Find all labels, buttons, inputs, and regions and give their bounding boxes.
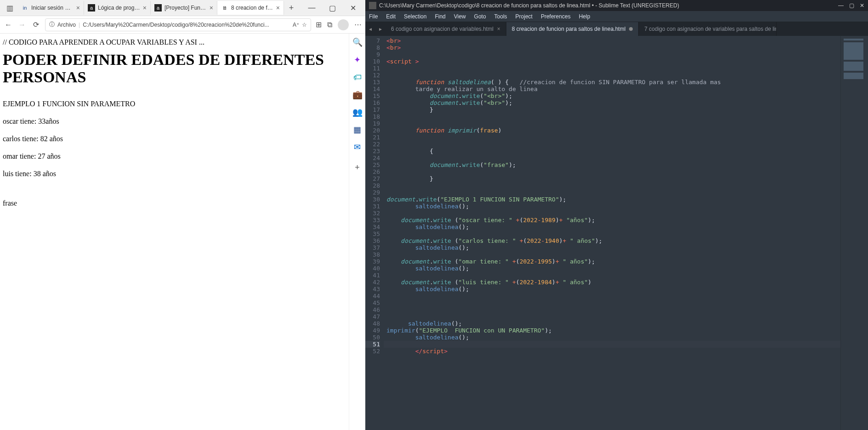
- alura-favicon-icon: a: [154, 4, 162, 11]
- editor-tab-label: 7 codigo con asignacion de variables par…: [644, 26, 777, 32]
- minimize-icon[interactable]: —: [838, 2, 844, 9]
- edge-sidebar: 🔍 ✦ 🏷 💼 👥 ▦ ✉ +: [349, 34, 365, 430]
- tab-actions-icon[interactable]: ▥: [2, 1, 17, 15]
- tab-label: 8 creacion de funcio...: [231, 5, 273, 11]
- menu-help[interactable]: Help: [579, 13, 590, 20]
- browser-tab-3[interactable]: 🗎 8 creacion de funcio... ×: [217, 1, 284, 15]
- maximize-icon[interactable]: ▢: [849, 2, 854, 9]
- menu-bar: File Edit Selection Find View Goto Tools…: [365, 11, 868, 22]
- tab-next-icon[interactable]: ▸: [375, 22, 386, 36]
- close-tab-icon[interactable]: ×: [497, 26, 500, 32]
- page-comment-line: // CODIGO PARA APRENDER A OCUPAR VARIABL…: [3, 38, 346, 46]
- forward-icon: →: [17, 21, 27, 29]
- editor-tab-2[interactable]: 7 codigo con asignacion de variables par…: [639, 22, 777, 36]
- close-window-icon[interactable]: ✕: [343, 1, 363, 15]
- address-field[interactable]: ⓘ Archivo | C:/Users/Mary%20Carmen/Deskt…: [45, 18, 311, 31]
- editor-body: 7891011121314151617181920212223242526272…: [365, 36, 868, 430]
- office-icon[interactable]: ▦: [352, 125, 363, 135]
- editor-tab-label: 6 codigo con asignacion de variables.htm…: [391, 26, 494, 32]
- copilot-icon[interactable]: ✦: [352, 55, 363, 65]
- sublime-app-icon: [369, 2, 376, 9]
- output-row: luis tiene: 38 años: [3, 170, 346, 178]
- edge-browser-window: ▥ in Iniciar sesión en Link... × a Lógic…: [0, 0, 365, 430]
- close-tab-icon[interactable]: ×: [143, 4, 147, 11]
- editor-tab-0[interactable]: 6 codigo con asignacion de variables.htm…: [386, 22, 506, 36]
- sublime-titlebar: C:\Users\Mary Carmen\Desktop\codigo\8 cr…: [365, 0, 868, 11]
- menu-preferences[interactable]: Preferences: [541, 13, 571, 20]
- title-text: C:\Users\Mary Carmen\Desktop\codigo\8 cr…: [379, 2, 679, 9]
- tools-icon[interactable]: 💼: [352, 90, 363, 100]
- section-heading: EJEMPLO 1 FUNCION SIN PARAMETRO: [3, 100, 346, 108]
- output-row: omar tiene: 27 años: [3, 152, 346, 161]
- tab-prev-icon[interactable]: ◂: [365, 22, 375, 36]
- editor-tab-label: 8 creacion de funcion para saltos de lin…: [512, 26, 625, 32]
- tab-label: Iniciar sesión en Link...: [31, 5, 74, 11]
- dirty-indicator-icon: [629, 27, 633, 31]
- address-bar: ← → ⟳ ⓘ Archivo | C:/Users/Mary%20Carmen…: [0, 16, 365, 34]
- menu-edit[interactable]: Edit: [386, 13, 396, 20]
- profile-avatar[interactable]: [338, 19, 349, 30]
- favorites-icon[interactable]: ⊞: [316, 20, 322, 29]
- editor-tabstrip: ◂ ▸ 6 codigo con asignacion de variables…: [365, 22, 868, 36]
- menu-find[interactable]: Find: [435, 13, 445, 20]
- refresh-icon[interactable]: ⟳: [31, 20, 40, 29]
- file-favicon-icon: 🗎: [221, 4, 228, 11]
- line-gutter[interactable]: 7891011121314151617181920212223242526272…: [365, 36, 384, 430]
- minimap[interactable]: [840, 36, 868, 430]
- code-area[interactable]: <br><br> <script > function saltodelinea…: [384, 36, 840, 430]
- minimize-icon[interactable]: —: [301, 1, 322, 15]
- linkedin-favicon-icon: in: [21, 4, 28, 11]
- sublime-text-window: C:\Users\Mary Carmen\Desktop\codigo\8 cr…: [365, 0, 868, 430]
- output-row: carlos tiene: 82 años: [3, 135, 346, 143]
- search-icon[interactable]: 🔍: [352, 37, 363, 47]
- add-sidebar-icon[interactable]: +: [352, 162, 363, 172]
- star-icon[interactable]: ☆: [302, 22, 307, 28]
- menu-project[interactable]: Project: [516, 13, 533, 20]
- alura-favicon-icon: a: [88, 4, 95, 11]
- browser-tabstrip: ▥ in Iniciar sesión en Link... × a Lógic…: [0, 0, 365, 16]
- close-tab-icon[interactable]: ×: [76, 4, 80, 11]
- read-aloud-icon[interactable]: A⁺: [293, 22, 299, 28]
- new-tab-button[interactable]: +: [284, 3, 299, 13]
- close-window-icon[interactable]: ✕: [860, 2, 864, 9]
- browser-tab-0[interactable]: in Iniciar sesión en Link... ×: [17, 1, 84, 15]
- url-text: C:/Users/Mary%20Carmen/Desktop/codigo/8%…: [83, 22, 290, 28]
- maximize-icon[interactable]: ▢: [322, 1, 343, 15]
- outlook-icon[interactable]: ✉: [352, 142, 363, 152]
- menu-view[interactable]: View: [454, 13, 466, 20]
- menu-selection[interactable]: Selection: [404, 13, 426, 20]
- menu-file[interactable]: File: [369, 13, 378, 20]
- output-frase: frase: [3, 199, 346, 207]
- back-icon[interactable]: ←: [4, 21, 13, 29]
- games-icon[interactable]: 👥: [352, 107, 363, 117]
- shopping-icon[interactable]: 🏷: [352, 72, 363, 82]
- browser-tab-2[interactable]: a [Proyecto] Funcione... ×: [151, 1, 217, 15]
- tab-label: Lógica de programa...: [98, 5, 140, 11]
- page-title: PODER DEFINIR EDADES DE DIFERENTES PERSO…: [3, 51, 346, 86]
- site-info-icon[interactable]: ⓘ: [49, 21, 55, 29]
- close-tab-icon[interactable]: ×: [276, 4, 280, 11]
- window-controls: — ▢ ✕: [301, 1, 363, 15]
- tab-label: [Proyecto] Funcione...: [165, 5, 207, 11]
- file-label: Archivo: [57, 22, 76, 28]
- more-icon[interactable]: ⋯: [354, 20, 362, 29]
- page-viewport: // CODIGO PARA APRENDER A OCUPAR VARIABL…: [0, 34, 349, 430]
- output-row: oscar tiene: 33años: [3, 117, 346, 126]
- collections-icon[interactable]: ⧉: [327, 21, 332, 29]
- browser-tab-1[interactable]: a Lógica de programa... ×: [84, 1, 151, 15]
- close-tab-icon[interactable]: ×: [210, 4, 213, 11]
- editor-tab-1[interactable]: 8 creacion de funcion para saltos de lin…: [506, 22, 639, 36]
- menu-tools[interactable]: Tools: [494, 13, 507, 20]
- menu-goto[interactable]: Goto: [474, 13, 486, 20]
